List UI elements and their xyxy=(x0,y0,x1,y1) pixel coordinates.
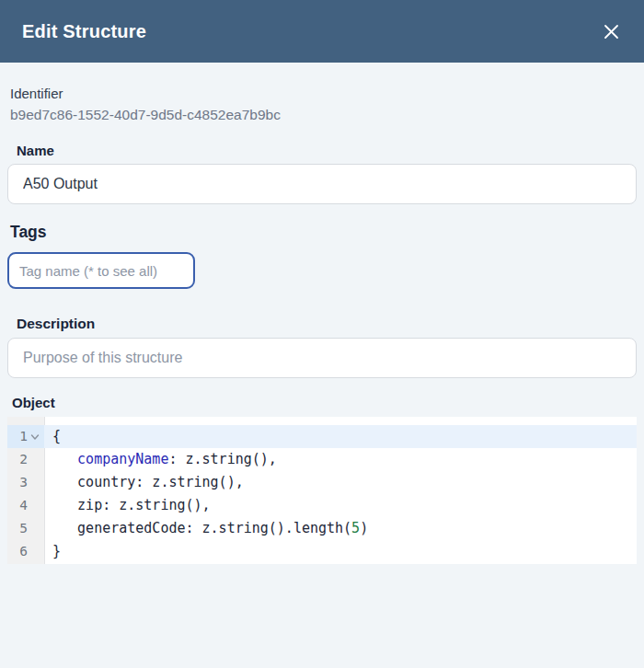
tags-label: Tags xyxy=(10,223,644,242)
code-line-text: generatedCode: z.string().length(5) xyxy=(44,517,637,540)
tags-input[interactable] xyxy=(7,252,195,289)
dialog-header: Edit Structure xyxy=(0,0,644,63)
line-number: 1 xyxy=(7,425,44,448)
code-line-text: companyName: z.string(), xyxy=(44,448,637,471)
edit-structure-dialog: { "header": { "title": "Edit Structure",… xyxy=(0,0,644,668)
code-line[interactable]: 5 generatedCode: z.string().length(5) xyxy=(7,517,637,540)
identifier-value: b9ed7c86-1552-40d7-9d5d-c4852ea7b9bc xyxy=(10,107,644,123)
line-number: 4 xyxy=(7,494,44,517)
code-line-text: } xyxy=(44,540,637,563)
dialog-title: Edit Structure xyxy=(22,21,146,42)
close-button[interactable] xyxy=(598,18,624,44)
description-input[interactable] xyxy=(7,338,637,378)
object-label: Object xyxy=(12,395,644,410)
line-number: 3 xyxy=(7,471,44,494)
code-editor[interactable]: 1{2 companyName: z.string(),3 country: z… xyxy=(7,417,637,564)
code-line-text: zip: z.string(), xyxy=(44,494,637,517)
code-line-text: country: z.string(), xyxy=(44,471,637,494)
fold-chevron-icon[interactable] xyxy=(30,433,40,441)
code-editor-lines: 1{2 companyName: z.string(),3 country: z… xyxy=(7,417,637,563)
line-number: 2 xyxy=(7,448,44,471)
close-icon xyxy=(603,23,620,40)
name-label: Name xyxy=(17,143,644,158)
code-line[interactable]: 1{ xyxy=(7,425,637,448)
code-line-text: { xyxy=(44,425,637,448)
line-number: 6 xyxy=(7,540,44,563)
code-line[interactable]: 2 companyName: z.string(), xyxy=(7,448,637,471)
line-number: 5 xyxy=(7,517,44,540)
code-line[interactable]: 3 country: z.string(), xyxy=(7,471,637,494)
name-input[interactable] xyxy=(7,164,637,204)
code-line[interactable]: 6} xyxy=(7,540,637,563)
identifier-label: Identifier xyxy=(10,86,644,101)
code-line[interactable]: 4 zip: z.string(), xyxy=(7,494,637,517)
description-label: Description xyxy=(17,316,644,332)
